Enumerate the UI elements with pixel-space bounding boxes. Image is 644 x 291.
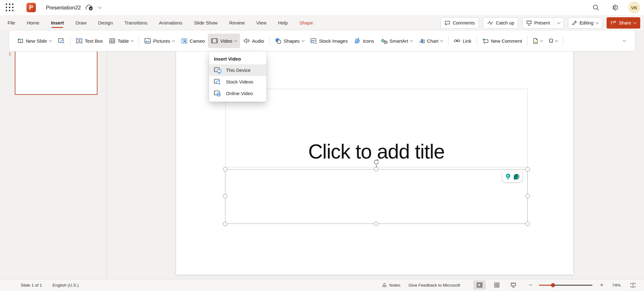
app-launcher-icon[interactable] <box>5 3 14 12</box>
document-title[interactable]: Presentation22 <box>46 5 81 11</box>
resize-handle-middle-right[interactable] <box>525 194 530 198</box>
language-selector[interactable]: English (U.S.) <box>53 279 79 291</box>
resize-handle-bottom-center[interactable] <box>374 222 378 226</box>
pictures-button[interactable]: Pictures <box>141 34 178 48</box>
zoom-slider[interactable] <box>539 285 592 286</box>
divider <box>563 36 563 46</box>
tab-design[interactable]: Design <box>98 18 113 27</box>
tab-help[interactable]: Help <box>278 18 288 27</box>
notes-toggle[interactable]: Notes <box>382 279 400 291</box>
share-icon <box>611 20 616 25</box>
slide-counter[interactable]: Slide 1 of 1 <box>21 279 42 291</box>
search-icon[interactable] <box>591 2 601 13</box>
new-slide-button[interactable]: New Slide <box>14 34 55 48</box>
subtitle-placeholder-selected[interactable] <box>225 169 528 224</box>
tab-home[interactable]: Home <box>27 18 39 27</box>
tab-draw[interactable]: Draw <box>75 18 86 27</box>
normal-view-button[interactable] <box>473 280 486 290</box>
feedback-link[interactable]: Give Feedback to Microsoft <box>408 279 460 291</box>
cameo-icon: P <box>181 38 187 44</box>
present-button[interactable]: Present <box>523 18 554 28</box>
stock-images-button[interactable]: Stock Images <box>307 34 351 48</box>
avatar[interactable]: VK <box>628 2 640 13</box>
pictures-label: Pictures <box>153 38 170 44</box>
icons-button[interactable]: Icons <box>351 34 377 48</box>
header-footer-icon <box>533 38 538 44</box>
designer-suggestions-pill[interactable] <box>502 171 522 182</box>
zoom-in-button[interactable]: + <box>600 279 603 291</box>
chevron-down-icon <box>172 39 175 42</box>
notes-icon <box>382 283 387 287</box>
title-chevron-down-icon[interactable] <box>98 5 101 8</box>
pictures-icon <box>144 38 151 44</box>
menu-item-stock-videos[interactable]: Stock Videos <box>209 76 266 88</box>
slide-thumbnail[interactable] <box>15 48 97 95</box>
header-footer-button[interactable] <box>530 34 546 48</box>
chart-icon <box>419 38 425 44</box>
video-button[interactable]: Video Insert Video This Device Stock Vid… <box>208 34 240 48</box>
status-bar: Slide 1 of 1 English (U.S.) Notes Give F… <box>0 279 644 291</box>
shapes-button[interactable]: Shapes <box>272 34 307 48</box>
reuse-slides-icon <box>58 38 65 44</box>
comments-button[interactable]: Comments <box>441 17 479 29</box>
menu-item-label: Stock Videos <box>226 79 253 84</box>
rotate-handle[interactable] <box>373 159 380 166</box>
tab-shape-format[interactable]: Shape <box>299 18 313 27</box>
tab-insert[interactable]: Insert <box>51 18 64 27</box>
tab-file[interactable]: File <box>8 18 15 27</box>
slideshow-view-button[interactable] <box>507 280 519 290</box>
panel-divider[interactable] <box>107 51 107 279</box>
chevron-down-icon <box>130 39 134 42</box>
saved-to-cloud-icon[interactable] <box>85 4 93 11</box>
ribbon-overflow-button[interactable] <box>619 34 630 48</box>
divider <box>448 36 448 46</box>
smartart-button[interactable]: SmartArt <box>377 34 416 48</box>
ribbon-toolbar: New Slide A Text Box Table Pictures P Ca… <box>9 30 635 51</box>
thumbnail-slide-number: 1 <box>9 51 11 56</box>
zoom-level[interactable]: 74% <box>612 279 621 291</box>
menu-item-online-video[interactable]: Online Video <box>209 88 266 99</box>
text-box-button[interactable]: A Text Box <box>73 34 106 48</box>
reuse-slides-button[interactable] <box>55 34 68 48</box>
editing-mode-button[interactable]: Editing <box>568 17 602 29</box>
link-icon <box>454 39 460 43</box>
zoom-slider-thumb[interactable] <box>551 283 555 287</box>
cameo-label: Cameo <box>190 38 205 44</box>
divider <box>477 36 477 46</box>
chevron-down-icon <box>49 39 52 42</box>
editing-label: Editing <box>580 20 593 25</box>
powerpoint-logo[interactable]: P <box>26 3 36 12</box>
tab-view[interactable]: View <box>256 18 266 27</box>
video-icon <box>211 38 218 44</box>
tab-review[interactable]: Review <box>229 18 245 27</box>
present-options-chevron[interactable] <box>554 18 564 28</box>
new-comment-button[interactable]: New Comment <box>479 34 525 48</box>
audio-button[interactable]: Audio <box>240 34 267 48</box>
zoom-out-button[interactable]: − <box>529 279 532 291</box>
resize-handle-bottom-left[interactable] <box>223 222 227 226</box>
divider <box>269 36 270 46</box>
catch-up-button[interactable]: Catch up <box>483 17 518 29</box>
resize-handle-top-left[interactable] <box>223 167 227 171</box>
resize-handle-top-right[interactable] <box>525 167 530 171</box>
share-button[interactable]: Share <box>607 17 640 29</box>
resize-handle-bottom-right[interactable] <box>525 222 530 226</box>
menu-item-this-device[interactable]: This Device <box>209 64 266 76</box>
resize-handle-middle-left[interactable] <box>223 194 227 198</box>
title-placeholder[interactable]: Click to add title <box>225 89 528 167</box>
table-button[interactable]: Table <box>106 34 136 48</box>
settings-gear-icon[interactable] <box>609 2 620 13</box>
tab-transitions[interactable]: Transitions <box>125 18 147 27</box>
symbol-button[interactable]: Ω <box>546 34 561 48</box>
link-button[interactable]: Link <box>451 34 475 48</box>
resize-handle-top-center[interactable] <box>374 167 378 171</box>
new-comment-label: New Comment <box>491 38 522 44</box>
fit-slide-to-window-button[interactable] <box>628 280 638 290</box>
tab-animations[interactable]: Animations <box>159 18 182 27</box>
cameo-button[interactable]: P Cameo <box>178 34 208 48</box>
chart-label: Chart <box>427 38 439 44</box>
tab-slide-show[interactable]: Slide Show <box>194 18 218 27</box>
slide-sorter-view-button[interactable] <box>491 280 503 290</box>
table-label: Table <box>118 38 129 44</box>
chart-button[interactable]: Chart <box>416 34 446 48</box>
